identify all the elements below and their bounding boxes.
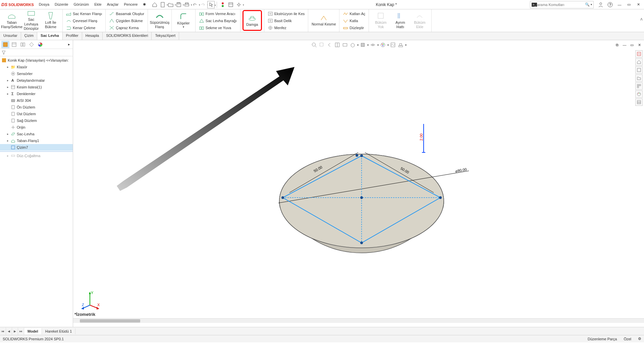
tree-item-material[interactable]: AISI 304 <box>0 97 73 104</box>
stamp-button[interactable]: Damga <box>243 10 262 31</box>
graphics-area[interactable]: ▾ ▾ ▾ ▾ ▾ ⧉ — ▭ ✕ <box>73 40 644 327</box>
tab-sketch[interactable]: Çizim <box>21 32 38 40</box>
tree-item-origin[interactable]: Orijin <box>0 124 73 131</box>
tab-nav-prev-icon[interactable]: ◀ <box>6 328 12 335</box>
tab-addins[interactable]: SOLIDWORKS Eklentileri <box>103 32 152 40</box>
tree-item-equations[interactable]: ▸ΣDenklemler <box>0 90 73 97</box>
new-doc-icon[interactable] <box>159 1 166 8</box>
minimize-button[interactable]: — <box>615 1 624 8</box>
taskpane-resources-icon[interactable] <box>635 50 643 58</box>
settings-icon[interactable] <box>235 1 243 8</box>
lofted-bend-button[interactable]: Loft İle Bükme <box>41 10 60 31</box>
status-units[interactable]: Özel <box>624 337 631 341</box>
save-icon[interactable] <box>175 1 182 8</box>
fold-button[interactable]: Katla <box>341 17 367 24</box>
bottom-tab-model[interactable]: Model <box>24 328 42 334</box>
doc-minimize-icon[interactable]: — <box>621 42 628 48</box>
search-input[interactable] <box>537 3 585 7</box>
prev-view-icon[interactable] <box>326 42 333 48</box>
tree-item-folder[interactable]: ▸📁Klasör <box>0 64 73 70</box>
menu-tools[interactable]: Araçlar <box>105 1 121 8</box>
flatten-button[interactable]: Düzleştir <box>341 24 367 31</box>
config-manager-tab-icon[interactable] <box>19 41 27 48</box>
zoom-fit-icon[interactable] <box>311 42 318 48</box>
tab-nav-first-icon[interactable]: ⏮ <box>0 328 6 335</box>
open-doc-icon[interactable] <box>167 1 174 8</box>
feature-tree-tab-icon[interactable] <box>1 41 9 48</box>
normal-cut-button[interactable]: Normal Kesme <box>310 10 337 31</box>
help-icon[interactable]: ? <box>606 1 614 8</box>
extruded-cut-button[interactable]: Ekstrüzyon ile Kes <box>266 10 306 17</box>
doc-maximize-icon[interactable]: ▭ <box>629 42 635 48</box>
tree-root[interactable]: Konik Kap (Varsayılan) <<Varsayılan: <box>0 57 73 64</box>
tree-item-base-flange[interactable]: ▸Taban-Flanş1 <box>0 137 73 144</box>
dynamic-annotation-icon[interactable] <box>342 42 348 48</box>
miter-flange-button[interactable]: Çevresel Flanş <box>65 17 103 24</box>
user-icon[interactable] <box>596 1 605 8</box>
taskpane-appearances-icon[interactable] <box>635 90 643 98</box>
zoom-area-icon[interactable] <box>319 42 325 48</box>
taskpane-custom-props-icon[interactable] <box>635 98 643 106</box>
command-search[interactable]: >_ 🔍 ▾ <box>530 1 594 8</box>
tree-item-sheetmetal[interactable]: ▸Sac-Levha <box>0 131 73 137</box>
corners-button[interactable]: Köşeler▾ <box>174 10 193 31</box>
home-icon[interactable] <box>151 1 158 8</box>
edge-flange-button[interactable]: Sac Kenarı Flanşı <box>65 10 103 17</box>
bottom-tab-motion[interactable]: Hareket Etüdü 1 <box>42 328 76 334</box>
select-icon[interactable] <box>207 1 215 8</box>
display-style-icon[interactable] <box>360 42 366 48</box>
taskpane-view-palette-icon[interactable] <box>635 82 643 90</box>
convert-sheet-button[interactable]: Sac Levhaya Dönüştür <box>21 10 41 31</box>
tab-nav-next-icon[interactable]: ▶ <box>12 328 18 335</box>
taskpane-file-explorer-icon[interactable] <box>635 74 643 82</box>
panel-collapse-icon[interactable]: ▸ <box>67 42 71 47</box>
traffic-light-icon[interactable] <box>219 1 226 8</box>
forming-tool-button[interactable]: Form Verme Aracı <box>198 10 238 17</box>
base-flange-button[interactable]: Taban Flanş/Sekme <box>2 10 21 31</box>
menu-more[interactable]: ✱ <box>141 1 148 8</box>
unfold-button[interactable]: Katları Aç <box>341 10 367 17</box>
cross-break-button[interactable]: Çapraz Kırma <box>108 24 145 31</box>
taskpane-home-icon[interactable] <box>635 58 643 66</box>
options-icon[interactable] <box>227 1 234 8</box>
status-gear-icon[interactable]: ⚙ <box>638 337 641 341</box>
property-manager-tab-icon[interactable] <box>10 41 18 48</box>
tab-slot-button[interactable]: Sekme ve Yuva <box>198 24 238 31</box>
ribbon-collapse-icon[interactable]: ᐱ <box>640 17 643 21</box>
menu-file[interactable]: Dosya <box>37 1 52 8</box>
tree-item-annotations[interactable]: ▸ADetaylandırmalar <box>0 77 73 84</box>
print-icon[interactable] <box>183 1 191 8</box>
view-orientation-icon[interactable] <box>350 42 356 48</box>
menu-insert[interactable]: Ekle <box>92 1 104 8</box>
taskpane-design-lib-icon[interactable] <box>635 66 643 74</box>
tab-evaluate[interactable]: Hesapla <box>82 32 103 40</box>
doc-new-window-icon[interactable]: ⧉ <box>614 42 621 48</box>
sketched-bend-button[interactable]: Çizgiden Bükme <box>108 17 145 24</box>
tree-item-cutlist[interactable]: ▸Kesim listesi(1) <box>0 84 73 90</box>
display-manager-tab-icon[interactable] <box>36 41 44 48</box>
jog-button[interactable]: Basamak Oluştur <box>108 10 145 17</box>
search-dropdown-icon[interactable]: ▾ <box>591 3 592 6</box>
filter-icon[interactable] <box>1 50 6 55</box>
tab-tekyaz[interactable]: TekyazXpert <box>152 32 179 40</box>
tree-item-sensors[interactable]: Sensörler <box>0 70 73 77</box>
scrollbar-thumb[interactable] <box>80 319 140 323</box>
redo-icon[interactable] <box>199 1 207 8</box>
menu-window[interactable]: Pencere <box>122 1 140 8</box>
vent-button[interactable]: Menfez <box>266 24 306 31</box>
tree-item-front-plane[interactable]: Ön Düzlem <box>0 104 73 111</box>
tree-item-top-plane[interactable]: Üst Düzlem <box>0 111 73 117</box>
maximize-button[interactable]: ▭ <box>625 1 633 8</box>
tree-item-flat-pattern[interactable]: ▸Düz-Çoğaltma <box>0 152 73 159</box>
tab-profiles[interactable]: Profiller <box>63 32 82 40</box>
tab-features[interactable]: Unsurlar <box>0 32 21 40</box>
dimxpert-tab-icon[interactable] <box>28 41 36 48</box>
simple-hole-button[interactable]: Basit Delik <box>266 17 306 24</box>
hide-show-icon[interactable] <box>370 42 376 48</box>
sheet-gusset-button[interactable]: Sac Levha Bayrağı <box>198 17 238 24</box>
model-view[interactable]: ⌀80.00 50.00 50.00 2.00 <box>214 100 516 301</box>
view-settings-icon[interactable] <box>397 42 404 48</box>
tab-sheetmetal[interactable]: Sac Levha <box>37 32 62 40</box>
edit-appearance-icon[interactable] <box>380 42 386 48</box>
tree-item-sketch[interactable]: Çizim7 <box>0 144 73 151</box>
